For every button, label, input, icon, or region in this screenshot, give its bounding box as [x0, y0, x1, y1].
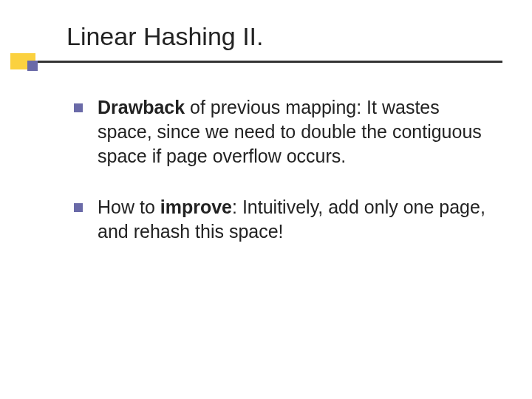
bullet-item: Drawback of previous mapping: It wastes …	[66, 95, 495, 168]
slide-title: Linear Hashing II.	[66, 22, 495, 51]
bold-text: improve	[160, 197, 232, 217]
bullet-item: How to improve: Intuitively, add only on…	[66, 195, 495, 244]
accent-purple-box	[27, 61, 38, 71]
bullet-text: Drawback of previous mapping: It wastes …	[98, 95, 495, 168]
text-run: How to	[98, 197, 160, 217]
bullet-square-icon	[74, 103, 83, 112]
title-underline	[10, 61, 502, 63]
bold-text: Drawback	[98, 97, 185, 117]
slide-body: Drawback of previous mapping: It wastes …	[66, 95, 495, 244]
bullet-text: How to improve: Intuitively, add only on…	[98, 195, 495, 244]
bullet-square-icon	[74, 203, 83, 212]
slide: Linear Hashing II. Drawback of previous …	[0, 0, 532, 399]
